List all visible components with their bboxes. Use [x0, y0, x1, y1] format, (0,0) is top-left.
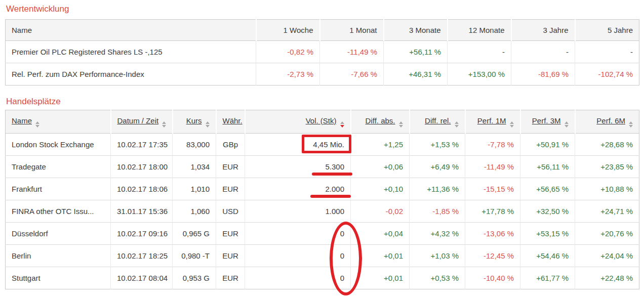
- venue-volume: 4,45 Mio.: [245, 134, 351, 156]
- venue-perf-1m: -7,78 %: [465, 134, 520, 156]
- sort-header-volume[interactable]: Vol. (Stk): [245, 110, 351, 134]
- table-row: Düsseldorf 10.02.17 09:16 0,965 G EUR 0 …: [6, 223, 639, 245]
- venue-datetime: 10.02.17 08:04: [111, 267, 173, 289]
- instrument-name: Rel. Perf. zum DAX Performance-Index: [6, 63, 256, 86]
- perf-3y-value: -: [511, 41, 575, 63]
- venue-datetime: 10.02.17 09:16: [111, 223, 173, 245]
- perf-3m-value: +46,31 %: [384, 63, 448, 86]
- venue-perf-1m: -11,49 %: [465, 156, 520, 178]
- venue-diff-abs: +1,25: [351, 134, 410, 156]
- venue-currency: EUR: [216, 178, 245, 200]
- sort-link-kurs[interactable]: Kurs: [186, 116, 210, 127]
- perf-5y-value: -: [575, 41, 639, 63]
- venue-perf-6m: +10,88 %: [575, 178, 639, 200]
- venue-diff-rel: +4,32 %: [410, 223, 465, 245]
- sort-icon: [565, 121, 569, 127]
- perf-3y-value: -81,69 %: [511, 63, 575, 86]
- venue-currency: GBp: [216, 134, 245, 156]
- venue-perf-1m: +17,78 %: [465, 200, 520, 223]
- sort-link-waehrung[interactable]: Währ.: [223, 116, 245, 127]
- venue-perf-1m: -15,15 %: [465, 178, 520, 200]
- venue-currency: EUR: [216, 223, 245, 245]
- venue-perf-1m: -12,45 %: [465, 245, 520, 267]
- perf-col-12monate: 12 Monate: [448, 20, 511, 41]
- sort-link-name[interactable]: Name: [12, 116, 39, 127]
- sort-header-perf-1m[interactable]: Perf. 1M: [465, 110, 520, 134]
- venue-currency: EUR: [216, 267, 245, 289]
- venue-kurs: 1,060: [173, 200, 216, 223]
- venue-perf-3m: +56,65 %: [520, 178, 575, 200]
- table-row: FINRA other OTC Issu... 31.01.17 15:36 1…: [6, 200, 639, 223]
- venue-datetime: 10.02.17 18:25: [111, 245, 173, 267]
- sort-link-perf-6m[interactable]: Perf. 6M: [596, 116, 633, 127]
- venue-diff-abs: +0,10: [351, 178, 410, 200]
- perf-5y-value: -102,74 %: [575, 63, 639, 86]
- perf-col-1monat: 1 Monat: [320, 20, 384, 41]
- table-row: London Stock Exchange 10.02.17 17:35 83,…: [6, 134, 639, 156]
- sort-header-diff-rel[interactable]: Diff. rel.: [410, 110, 465, 134]
- venue-perf-6m: +23,85 %: [575, 156, 639, 178]
- venue-datetime: 10.02.17 17:35: [111, 134, 173, 156]
- venue-diff-abs: +0,04: [351, 223, 410, 245]
- venues-header-row: Name Datum / Zeit Kurs Währ. Vol. (Stk) …: [6, 110, 639, 134]
- sort-header-kurs[interactable]: Kurs: [173, 110, 216, 134]
- venues-section-title: Handelsplätze: [6, 97, 639, 107]
- sort-link-volume[interactable]: Vol. (Stk): [306, 116, 344, 127]
- venue-perf-6m: +20,76 %: [575, 223, 639, 245]
- venue-perf-6m: +22,48 %: [575, 267, 639, 289]
- perf-1m-value: -7,66 %: [320, 63, 384, 86]
- page-content: Wertentwicklung Name 1 Woche 1 Monat 3 M…: [0, 0, 644, 289]
- venue-name: Frankfurt: [6, 178, 111, 200]
- venue-currency: USD: [216, 200, 245, 223]
- sort-icon: [399, 121, 403, 127]
- venue-kurs: 1,010: [173, 178, 216, 200]
- sort-header-datum-zeit[interactable]: Datum / Zeit: [111, 110, 173, 134]
- sort-header-waehrung[interactable]: Währ.: [216, 110, 245, 134]
- sort-link-perf-1m[interactable]: Perf. 1M: [477, 116, 514, 127]
- sort-icon: [629, 121, 633, 127]
- sort-link-perf-3m[interactable]: Perf. 3M: [532, 116, 569, 127]
- perf-12m-value: +153,00 %: [448, 63, 511, 86]
- sort-desc-icon: [340, 121, 344, 127]
- table-row: Stuttgart 10.02.17 08:04 0,953 G EUR 0 +…: [6, 267, 639, 289]
- venue-perf-3m: +50,91 %: [520, 134, 575, 156]
- venue-perf-6m: +28,68 %: [575, 134, 639, 156]
- venue-currency: EUR: [216, 156, 245, 178]
- perf-3m-value: +56,11 %: [384, 41, 448, 63]
- venue-kurs: 0,980 -T: [173, 245, 216, 267]
- perf-col-3monate: 3 Monate: [384, 20, 448, 41]
- perf-1w-value: -0,82 %: [256, 41, 320, 63]
- sort-link-datum-zeit[interactable]: Datum / Zeit: [117, 116, 167, 127]
- venue-diff-rel: +11,36 %: [410, 178, 465, 200]
- perf-col-3jahre: 3 Jahre: [511, 20, 575, 41]
- venue-diff-rel: +1,03 %: [410, 245, 465, 267]
- table-row: Frankfurt 10.02.17 18:06 1,010 EUR 2.000…: [6, 178, 639, 200]
- sort-link-diff-rel[interactable]: Diff. rel.: [425, 116, 458, 127]
- perf-12m-value: -: [448, 41, 511, 63]
- venue-kurs: 83,000: [173, 134, 216, 156]
- sort-link-diff-abs[interactable]: Diff. abs.: [366, 116, 403, 127]
- venue-perf-3m: +54,46 %: [520, 245, 575, 267]
- table-row: Premier Oil PLC Registered Shares LS -,1…: [6, 41, 639, 63]
- venue-volume: 0: [245, 223, 351, 245]
- venue-datetime: 10.02.17 18:00: [111, 156, 173, 178]
- venue-kurs: 1,034: [173, 156, 216, 178]
- venue-datetime: 31.01.17 15:36: [111, 200, 173, 223]
- venue-perf-3m: +61,77 %: [520, 267, 575, 289]
- perf-1m-value: -11,49 %: [320, 41, 384, 63]
- venue-volume: 2.000: [245, 178, 351, 200]
- sort-icon: [162, 121, 166, 127]
- sort-header-name[interactable]: Name: [6, 110, 111, 134]
- sort-header-diff-abs[interactable]: Diff. abs.: [351, 110, 410, 134]
- venue-kurs: 0,965 G: [173, 223, 216, 245]
- venue-name: FINRA other OTC Issu...: [6, 200, 111, 223]
- sort-icon: [206, 121, 210, 127]
- venue-kurs: 0,953 G: [173, 267, 216, 289]
- sort-header-perf-6m[interactable]: Perf. 6M: [575, 110, 639, 134]
- venue-name: Tradegate: [6, 156, 111, 178]
- sort-header-perf-3m[interactable]: Perf. 3M: [520, 110, 575, 134]
- venue-perf-1m: -13,06 %: [465, 223, 520, 245]
- venue-name: London Stock Exchange: [6, 134, 111, 156]
- venue-perf-6m: +24,04 %: [575, 245, 639, 267]
- performance-section-title: Wertentwicklung: [6, 4, 639, 14]
